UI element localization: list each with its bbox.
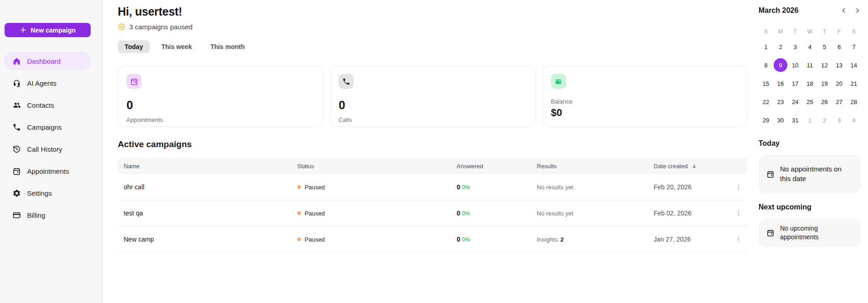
calendar-day[interactable]: 8 <box>759 56 773 74</box>
calendar-day[interactable]: 13 <box>832 56 846 74</box>
new-campaign-label: New campaign <box>31 27 76 34</box>
calendar-day[interactable]: 20 <box>832 74 846 93</box>
tab-this-month[interactable]: This month <box>203 40 251 53</box>
wallet-icon <box>551 74 566 89</box>
calendar-day[interactable]: 21 <box>846 74 861 93</box>
calendar-day[interactable]: 24 <box>788 93 802 111</box>
pause-circle-icon <box>118 23 126 31</box>
column-header-answered: Answered <box>457 163 537 170</box>
upcoming-empty-text: No upcoming appointments <box>780 224 835 242</box>
calendar-day[interactable]: 4 <box>846 111 861 129</box>
phone-icon <box>12 123 21 132</box>
calendar-day[interactable]: 14 <box>846 56 861 74</box>
campaign-name: New camp <box>124 236 297 243</box>
calls-count: 0 <box>338 98 526 112</box>
campaign-status: Paused <box>297 184 457 191</box>
calendar-day[interactable]: 18 <box>802 74 817 93</box>
calendar-day[interactable]: 30 <box>773 111 788 129</box>
chevron-left-icon <box>841 7 847 14</box>
calendar-day[interactable]: 15 <box>759 74 773 93</box>
calendar-day[interactable]: 11 <box>802 56 817 74</box>
calendar-day[interactable]: 19 <box>817 74 832 93</box>
sidebar-item-contacts[interactable]: Contacts <box>5 96 91 114</box>
sidebar-item-label: Settings <box>27 189 52 197</box>
calendar-grid: 1234567891011121314151617181920212223242… <box>759 38 861 129</box>
calendar-day[interactable]: 3 <box>788 38 802 56</box>
campaign-answered: 00% <box>457 209 537 217</box>
contacts-icon <box>12 101 21 110</box>
calendar-day[interactable]: 28 <box>846 93 861 111</box>
chevron-right-icon <box>854 7 861 14</box>
column-header-date-created[interactable]: Date created <box>654 163 729 170</box>
calendar-day[interactable]: 2 <box>817 111 832 129</box>
appointments-stat-card: 0 Appointments <box>118 66 323 127</box>
balance-stat-card: Balance $0 <box>542 66 748 127</box>
sidebar-item-settings[interactable]: Settings <box>5 184 91 202</box>
sidebar-item-label: Contacts <box>27 101 54 109</box>
calendar-day[interactable]: 7 <box>846 38 861 56</box>
sidebar-item-call-history[interactable]: Call History <box>5 140 91 158</box>
calendar-day[interactable]: 29 <box>759 111 773 129</box>
today-section-title: Today <box>759 139 861 148</box>
calendar-day[interactable]: 1 <box>759 38 773 56</box>
calendar-day[interactable]: 17 <box>788 74 802 93</box>
paused-campaigns-notice: 3 campaigns paused <box>118 23 748 31</box>
campaign-name: ohr call <box>124 183 297 191</box>
headset-icon <box>12 79 21 88</box>
tab-today[interactable]: Today <box>118 40 150 53</box>
calls-stat-card: 0 Calls <box>330 66 535 127</box>
campaign-name: test qa <box>124 209 297 217</box>
calendar-day[interactable]: 22 <box>759 93 773 111</box>
calendar-month-label: March 2026 <box>759 6 841 15</box>
today-empty-text: No appointments on this date <box>780 165 853 183</box>
campaign-row[interactable]: ohr call Paused 00% No results yet Feb 2… <box>118 174 748 200</box>
calendar-panel: March 2026 S M T W T F S <box>755 0 868 303</box>
new-campaign-button[interactable]: New campaign <box>5 23 91 37</box>
calendar-next-button[interactable] <box>854 7 861 14</box>
calendar-day[interactable]: 31 <box>788 111 802 129</box>
calendar-day[interactable]: 12 <box>817 56 832 74</box>
today-empty-card: No appointments on this date <box>759 155 861 193</box>
sidebar-item-appointments[interactable]: Appointments <box>5 162 91 180</box>
sidebar-item-billing[interactable]: Billing <box>5 206 91 224</box>
status-dot <box>297 185 301 189</box>
row-menu-kebab-icon[interactable] <box>729 236 748 243</box>
calendar-day[interactable]: 5 <box>817 38 832 56</box>
calendar-header: March 2026 <box>759 5 861 17</box>
column-header-results: Results <box>537 163 654 170</box>
row-menu-kebab-icon[interactable] <box>729 183 748 191</box>
calendar-day[interactable]: 1 <box>802 111 817 129</box>
campaign-answered: 00% <box>457 236 537 243</box>
calendar-day[interactable]: 25 <box>802 93 817 111</box>
sidebar-nav: Dashboard AI Agents Contacts Campaigns <box>0 52 102 224</box>
campaign-date-created: Feb 02, 2026 <box>654 209 729 217</box>
calendar-day[interactable]: 26 <box>817 93 832 111</box>
campaign-status: Paused <box>297 210 457 217</box>
calendar-day[interactable]: 27 <box>832 93 846 111</box>
tab-this-week[interactable]: This week <box>154 40 199 53</box>
calendar-day[interactable]: 4 <box>802 38 817 56</box>
calendar-icon <box>766 170 775 178</box>
calendar-day[interactable]: 10 <box>788 56 802 74</box>
calendar-day[interactable]: 3 <box>832 111 846 129</box>
sidebar-item-ai-agents[interactable]: AI Agents <box>5 74 91 92</box>
sidebar-item-dashboard[interactable]: Dashboard <box>5 52 91 70</box>
campaign-results: Insights:2 <box>537 236 654 243</box>
column-header-status: Status <box>297 163 457 170</box>
calendar-weekday-row: S M T W T F S <box>759 28 861 35</box>
calendar-prev-button[interactable] <box>841 7 847 14</box>
main-content: Hi, usertest! 3 campaigns paused Today T… <box>103 0 755 303</box>
calendar-day-selected[interactable]: 9 <box>774 58 787 72</box>
calendar-day[interactable]: 16 <box>773 74 788 93</box>
status-dot <box>297 237 301 241</box>
sidebar-item-label: AI Agents <box>27 79 56 87</box>
campaign-results: No results yet <box>537 184 654 191</box>
campaign-row[interactable]: New camp Paused 00% Insights:2 Jan 27, 2… <box>118 226 748 253</box>
calendar-day[interactable]: 23 <box>773 93 788 111</box>
campaign-row[interactable]: test qa Paused 00% No results yet Feb 02… <box>118 200 748 226</box>
row-menu-kebab-icon[interactable] <box>729 209 748 217</box>
calendar-day[interactable]: 6 <box>832 38 846 56</box>
sidebar-item-campaigns[interactable]: Campaigns <box>5 118 91 136</box>
calendar-day[interactable]: 2 <box>773 38 788 56</box>
stat-cards: 0 Appointments 0 Calls Balance $0 <box>118 66 748 127</box>
